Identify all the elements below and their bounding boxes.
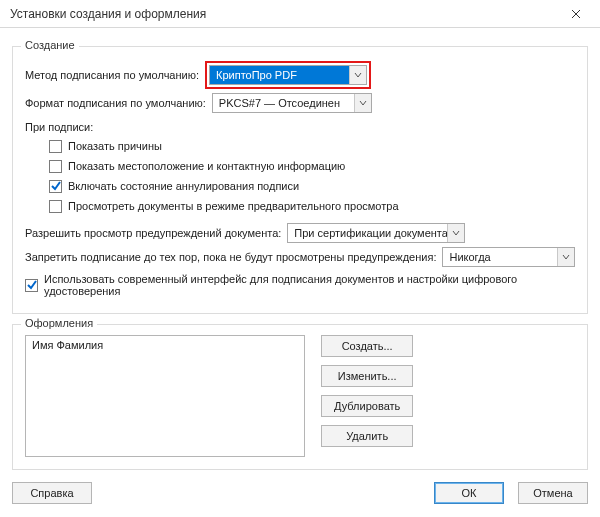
design-listbox[interactable]: Имя Фамилия: [25, 335, 305, 457]
format-combo[interactable]: PKCS#7 — Отсоединен: [212, 93, 372, 113]
group-creation: Создание Метод подписания по умолчанию: …: [12, 46, 588, 314]
check-reasons-label: Показать причины: [68, 140, 162, 152]
block-sign-combo[interactable]: Никогда: [442, 247, 575, 267]
chevron-down-icon: [447, 224, 464, 242]
check-preview-label: Просмотреть документы в режиме предварит…: [68, 200, 399, 212]
method-highlight: КриптоПро PDF: [205, 61, 371, 89]
when-signing-label: При подписи:: [25, 121, 575, 133]
check-location-row[interactable]: Показать местоположение и контактную инф…: [49, 157, 575, 175]
format-combo-text: PKCS#7 — Отсоединен: [213, 94, 354, 112]
check-preview-row[interactable]: Просмотреть документы в режиме предварит…: [49, 197, 575, 215]
delete-button[interactable]: Удалить: [321, 425, 413, 447]
block-sign-text: Никогда: [443, 248, 557, 266]
check-preview-box[interactable]: [49, 200, 62, 213]
close-button[interactable]: [558, 0, 594, 28]
create-button[interactable]: Создать...: [321, 335, 413, 357]
edit-button[interactable]: Изменить...: [321, 365, 413, 387]
check-modern-ui-box[interactable]: [25, 279, 38, 292]
method-combo[interactable]: КриптоПро PDF: [209, 65, 367, 85]
method-combo-text: КриптоПро PDF: [210, 66, 349, 84]
check-revocation-box[interactable]: [49, 180, 62, 193]
check-location-label: Показать местоположение и контактную инф…: [68, 160, 345, 172]
help-button[interactable]: Справка: [12, 482, 92, 504]
dialog-buttons: Справка ОК Отмена: [12, 470, 588, 508]
group-design: Оформления Имя Фамилия Создать... Измени…: [12, 324, 588, 470]
check-reasons-row[interactable]: Показать причины: [49, 137, 575, 155]
chevron-down-icon: [557, 248, 574, 266]
check-modern-ui-label: Использовать современный интерфейс для п…: [44, 273, 575, 297]
block-sign-label: Запретить подписание до тех пор, пока не…: [25, 251, 436, 263]
group-design-legend: Оформления: [21, 317, 97, 329]
ok-button[interactable]: ОК: [434, 482, 504, 504]
check-revocation-label: Включать состояние аннулирования подписи: [68, 180, 299, 192]
chevron-down-icon: [354, 94, 371, 112]
allow-warnings-label: Разрешить просмотр предупреждений докуме…: [25, 227, 281, 239]
method-label: Метод подписания по умолчанию:: [25, 69, 199, 81]
chevron-down-icon: [349, 66, 366, 84]
titlebar: Установки создания и оформления: [0, 0, 600, 28]
group-creation-legend: Создание: [21, 39, 79, 51]
cancel-button[interactable]: Отмена: [518, 482, 588, 504]
check-location-box[interactable]: [49, 160, 62, 173]
duplicate-button[interactable]: Дублировать: [321, 395, 413, 417]
list-item[interactable]: Имя Фамилия: [32, 339, 298, 351]
check-reasons-box[interactable]: [49, 140, 62, 153]
close-icon: [571, 9, 581, 19]
check-revocation-row[interactable]: Включать состояние аннулирования подписи: [49, 177, 575, 195]
allow-warnings-combo[interactable]: При сертификации документа: [287, 223, 465, 243]
allow-warnings-text: При сертификации документа: [288, 224, 447, 242]
format-label: Формат подписания по умолчанию:: [25, 97, 206, 109]
window-title: Установки создания и оформления: [10, 7, 558, 21]
